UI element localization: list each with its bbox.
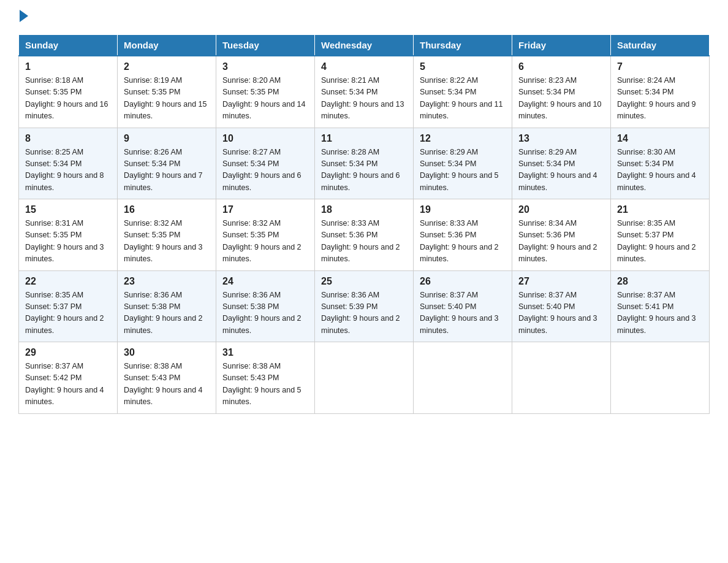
weekday-header-row: SundayMondayTuesdayWednesdayThursdayFrid… bbox=[19, 35, 710, 56]
day-number: 17 bbox=[222, 204, 308, 215]
day-number: 21 bbox=[617, 204, 703, 215]
day-info: Sunrise: 8:25 AMSunset: 5:34 PMDaylight:… bbox=[25, 147, 111, 194]
day-number: 2 bbox=[124, 61, 210, 72]
day-info: Sunrise: 8:36 AMSunset: 5:38 PMDaylight:… bbox=[124, 289, 210, 337]
day-info: Sunrise: 8:31 AMSunset: 5:35 PMDaylight:… bbox=[25, 218, 111, 266]
day-number: 22 bbox=[25, 276, 111, 287]
day-info: Sunrise: 8:36 AMSunset: 5:38 PMDaylight:… bbox=[222, 289, 308, 337]
day-number: 15 bbox=[25, 204, 111, 215]
calendar-cell: 27Sunrise: 8:37 AMSunset: 5:40 PMDayligh… bbox=[512, 270, 611, 342]
day-info: Sunrise: 8:21 AMSunset: 5:34 PMDaylight:… bbox=[321, 75, 407, 123]
calendar-week-row: 22Sunrise: 8:35 AMSunset: 5:37 PMDayligh… bbox=[19, 270, 710, 342]
day-number: 30 bbox=[124, 347, 210, 358]
day-number: 7 bbox=[617, 61, 703, 72]
day-number: 20 bbox=[518, 204, 604, 215]
calendar-cell: 21Sunrise: 8:35 AMSunset: 5:37 PMDayligh… bbox=[611, 199, 710, 271]
day-number: 8 bbox=[25, 133, 111, 144]
day-number: 5 bbox=[420, 61, 506, 72]
calendar-cell: 25Sunrise: 8:36 AMSunset: 5:39 PMDayligh… bbox=[315, 270, 414, 342]
calendar-table: SundayMondayTuesdayWednesdayThursdayFrid… bbox=[18, 34, 710, 414]
calendar-cell: 14Sunrise: 8:30 AMSunset: 5:34 PMDayligh… bbox=[611, 128, 710, 199]
calendar-cell: 17Sunrise: 8:32 AMSunset: 5:35 PMDayligh… bbox=[216, 199, 315, 271]
calendar-week-row: 1Sunrise: 8:18 AMSunset: 5:35 PMDaylight… bbox=[19, 56, 710, 128]
day-number: 26 bbox=[420, 276, 506, 287]
page-header bbox=[18, 12, 710, 22]
day-info: Sunrise: 8:29 AMSunset: 5:34 PMDaylight:… bbox=[518, 147, 604, 194]
day-info: Sunrise: 8:26 AMSunset: 5:34 PMDaylight:… bbox=[124, 147, 210, 194]
weekday-header-tuesday: Tuesday bbox=[216, 35, 315, 56]
weekday-header-thursday: Thursday bbox=[414, 35, 512, 56]
calendar-cell: 29Sunrise: 8:37 AMSunset: 5:42 PMDayligh… bbox=[19, 342, 118, 414]
day-number: 11 bbox=[321, 133, 407, 144]
day-info: Sunrise: 8:35 AMSunset: 5:37 PMDaylight:… bbox=[25, 289, 111, 337]
weekday-header-saturday: Saturday bbox=[611, 35, 710, 56]
day-info: Sunrise: 8:34 AMSunset: 5:36 PMDaylight:… bbox=[518, 218, 604, 266]
day-number: 28 bbox=[617, 276, 703, 287]
calendar-cell: 1Sunrise: 8:18 AMSunset: 5:35 PMDaylight… bbox=[19, 56, 118, 128]
calendar-cell: 18Sunrise: 8:33 AMSunset: 5:36 PMDayligh… bbox=[315, 199, 414, 271]
day-info: Sunrise: 8:37 AMSunset: 5:42 PMDaylight:… bbox=[25, 361, 111, 408]
day-number: 29 bbox=[25, 347, 111, 358]
weekday-header-monday: Monday bbox=[118, 35, 216, 56]
day-number: 4 bbox=[321, 61, 407, 72]
day-number: 31 bbox=[222, 347, 308, 358]
day-info: Sunrise: 8:33 AMSunset: 5:36 PMDaylight:… bbox=[321, 218, 407, 266]
day-info: Sunrise: 8:32 AMSunset: 5:35 PMDaylight:… bbox=[222, 218, 308, 266]
calendar-cell: 5Sunrise: 8:22 AMSunset: 5:34 PMDaylight… bbox=[414, 56, 512, 128]
day-info: Sunrise: 8:38 AMSunset: 5:43 PMDaylight:… bbox=[124, 361, 210, 408]
calendar-cell: 12Sunrise: 8:29 AMSunset: 5:34 PMDayligh… bbox=[414, 128, 512, 199]
calendar-cell: 11Sunrise: 8:28 AMSunset: 5:34 PMDayligh… bbox=[315, 128, 414, 199]
calendar-cell: 13Sunrise: 8:29 AMSunset: 5:34 PMDayligh… bbox=[512, 128, 611, 199]
calendar-cell: 6Sunrise: 8:23 AMSunset: 5:34 PMDaylight… bbox=[512, 56, 611, 128]
day-number: 18 bbox=[321, 204, 407, 215]
calendar-week-row: 15Sunrise: 8:31 AMSunset: 5:35 PMDayligh… bbox=[19, 199, 710, 271]
day-number: 9 bbox=[124, 133, 210, 144]
day-info: Sunrise: 8:30 AMSunset: 5:34 PMDaylight:… bbox=[617, 147, 703, 194]
day-number: 27 bbox=[518, 276, 604, 287]
logo-arrow-icon bbox=[20, 10, 28, 22]
day-info: Sunrise: 8:37 AMSunset: 5:41 PMDaylight:… bbox=[617, 289, 703, 337]
calendar-cell: 26Sunrise: 8:37 AMSunset: 5:40 PMDayligh… bbox=[414, 270, 512, 342]
day-info: Sunrise: 8:18 AMSunset: 5:35 PMDaylight:… bbox=[25, 75, 111, 123]
calendar-week-row: 8Sunrise: 8:25 AMSunset: 5:34 PMDaylight… bbox=[19, 128, 710, 199]
calendar-cell: 22Sunrise: 8:35 AMSunset: 5:37 PMDayligh… bbox=[19, 270, 118, 342]
calendar-cell: 19Sunrise: 8:33 AMSunset: 5:36 PMDayligh… bbox=[414, 199, 512, 271]
calendar-cell bbox=[611, 342, 710, 414]
calendar-cell: 9Sunrise: 8:26 AMSunset: 5:34 PMDaylight… bbox=[118, 128, 216, 199]
day-number: 14 bbox=[617, 133, 703, 144]
day-number: 16 bbox=[124, 204, 210, 215]
calendar-cell: 28Sunrise: 8:37 AMSunset: 5:41 PMDayligh… bbox=[611, 270, 710, 342]
calendar-cell: 3Sunrise: 8:20 AMSunset: 5:35 PMDaylight… bbox=[216, 56, 315, 128]
calendar-cell: 7Sunrise: 8:24 AMSunset: 5:34 PMDaylight… bbox=[611, 56, 710, 128]
day-info: Sunrise: 8:20 AMSunset: 5:35 PMDaylight:… bbox=[222, 75, 308, 123]
day-number: 23 bbox=[124, 276, 210, 287]
calendar-cell: 16Sunrise: 8:32 AMSunset: 5:35 PMDayligh… bbox=[118, 199, 216, 271]
day-info: Sunrise: 8:28 AMSunset: 5:34 PMDaylight:… bbox=[321, 147, 407, 194]
calendar-cell: 10Sunrise: 8:27 AMSunset: 5:34 PMDayligh… bbox=[216, 128, 315, 199]
calendar-week-row: 29Sunrise: 8:37 AMSunset: 5:42 PMDayligh… bbox=[19, 342, 710, 414]
day-info: Sunrise: 8:36 AMSunset: 5:39 PMDaylight:… bbox=[321, 289, 407, 337]
calendar-cell bbox=[315, 342, 414, 414]
calendar-cell: 2Sunrise: 8:19 AMSunset: 5:35 PMDaylight… bbox=[118, 56, 216, 128]
day-info: Sunrise: 8:35 AMSunset: 5:37 PMDaylight:… bbox=[617, 218, 703, 266]
calendar-cell bbox=[414, 342, 512, 414]
day-info: Sunrise: 8:23 AMSunset: 5:34 PMDaylight:… bbox=[518, 75, 604, 123]
calendar-cell: 30Sunrise: 8:38 AMSunset: 5:43 PMDayligh… bbox=[118, 342, 216, 414]
day-info: Sunrise: 8:38 AMSunset: 5:43 PMDaylight:… bbox=[222, 361, 308, 408]
weekday-header-wednesday: Wednesday bbox=[315, 35, 414, 56]
day-number: 3 bbox=[222, 61, 308, 72]
day-number: 25 bbox=[321, 276, 407, 287]
day-info: Sunrise: 8:27 AMSunset: 5:34 PMDaylight:… bbox=[222, 147, 308, 194]
day-info: Sunrise: 8:24 AMSunset: 5:34 PMDaylight:… bbox=[617, 75, 703, 123]
day-info: Sunrise: 8:22 AMSunset: 5:34 PMDaylight:… bbox=[420, 75, 506, 123]
day-info: Sunrise: 8:37 AMSunset: 5:40 PMDaylight:… bbox=[420, 289, 506, 337]
calendar-cell: 31Sunrise: 8:38 AMSunset: 5:43 PMDayligh… bbox=[216, 342, 315, 414]
day-number: 6 bbox=[518, 61, 604, 72]
weekday-header-friday: Friday bbox=[512, 35, 611, 56]
calendar-cell: 24Sunrise: 8:36 AMSunset: 5:38 PMDayligh… bbox=[216, 270, 315, 342]
calendar-cell: 8Sunrise: 8:25 AMSunset: 5:34 PMDaylight… bbox=[19, 128, 118, 199]
day-number: 1 bbox=[25, 61, 111, 72]
day-info: Sunrise: 8:33 AMSunset: 5:36 PMDaylight:… bbox=[420, 218, 506, 266]
calendar-cell: 23Sunrise: 8:36 AMSunset: 5:38 PMDayligh… bbox=[118, 270, 216, 342]
calendar-cell: 20Sunrise: 8:34 AMSunset: 5:36 PMDayligh… bbox=[512, 199, 611, 271]
